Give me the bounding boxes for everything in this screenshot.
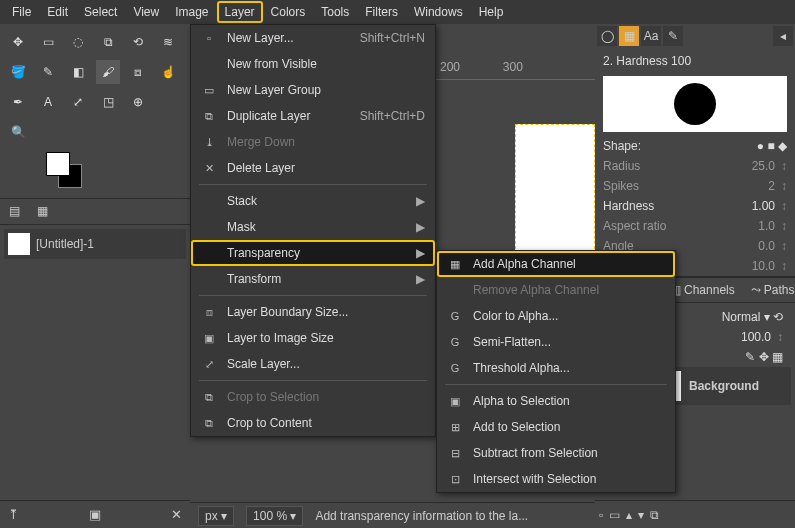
menu-view[interactable]: View (125, 1, 167, 23)
menu-add-to-selection[interactable]: ⊞ Add to Selection (437, 414, 675, 440)
menu-file[interactable]: File (4, 1, 39, 23)
menu-duplicate-layer[interactable]: ⧉ Duplicate Layer Shift+Ctrl+D (191, 103, 435, 129)
eraser-tool-icon[interactable]: ◧ (66, 60, 90, 84)
duplicate-layer-icon[interactable]: ⧉ (650, 508, 659, 522)
pencil-tool-icon[interactable]: ✎ (36, 60, 60, 84)
menu-tools[interactable]: Tools (313, 1, 357, 23)
menu-mask[interactable]: Mask ▶ (191, 214, 435, 240)
menu-delete-layer[interactable]: ✕ Delete Layer (191, 155, 435, 181)
menu-windows[interactable]: Windows (406, 1, 471, 23)
warp-tool-icon[interactable]: ≋ (156, 30, 180, 54)
zoom-tool-icon[interactable]: ⊕ (126, 90, 150, 114)
mode-value[interactable]: Normal (722, 310, 761, 324)
spacing-value[interactable]: 10.0 (752, 259, 775, 273)
menu-colors[interactable]: Colors (263, 1, 314, 23)
menu-intersect-selection[interactable]: ⊡ Intersect with Selection (437, 466, 675, 492)
radius-value[interactable]: 25.0 (752, 159, 775, 173)
menu-threshold-alpha[interactable]: G Threshold Alpha... (437, 355, 675, 381)
raise-icon[interactable]: ⤒ (8, 507, 19, 522)
brushes-tab-icon[interactable]: ◯ (597, 26, 617, 46)
hardness-label: Hardness (603, 199, 654, 213)
configure-tab-icon[interactable]: ◂ (773, 26, 793, 46)
menu-to-image-size[interactable]: ▣ Layer to Image Size (191, 325, 435, 351)
images-tab-icon[interactable]: ▦ (28, 199, 56, 223)
tool-options-tab-icon[interactable]: ▤ (0, 199, 28, 223)
crop-tool-icon[interactable]: ⧉ (96, 30, 120, 54)
shape-icons[interactable]: ● ■ ◆ (757, 139, 787, 153)
color-swatches[interactable] (46, 152, 96, 192)
spikes-value[interactable]: 2 (768, 179, 775, 193)
canvas[interactable] (515, 124, 595, 254)
stepper-icon[interactable]: ↕ (781, 259, 787, 273)
menu-stack[interactable]: Stack ▶ (191, 188, 435, 214)
patterns-tab-icon[interactable]: ▦ (619, 26, 639, 46)
new-window-icon[interactable]: ▣ (89, 507, 101, 522)
picker-tool-icon[interactable]: ⤢ (66, 90, 90, 114)
images-list: [Untitled]-1 (0, 225, 190, 500)
hardness-value[interactable]: 1.00 (752, 199, 775, 213)
menu-crop-content[interactable]: ⧉ Crop to Content (191, 410, 435, 436)
menu-layer[interactable]: Layer (217, 1, 263, 23)
move-tool-icon[interactable]: ✥ (6, 30, 30, 54)
free-select-tool-icon[interactable]: ◌ (66, 30, 90, 54)
opacity-value[interactable]: 100.0 (741, 330, 771, 344)
menu-new-layer[interactable]: ▫ New Layer... Shift+Ctrl+N (191, 25, 435, 51)
menu-filters[interactable]: Filters (357, 1, 406, 23)
measure-tool-icon[interactable]: ◳ (96, 90, 120, 114)
menu-subtract-selection[interactable]: ⊟ Subtract from Selection (437, 440, 675, 466)
unit-select[interactable]: px ▾ (198, 506, 234, 526)
stepper-icon[interactable]: ↕ (781, 239, 787, 253)
menu-new-layer-group[interactable]: ▭ New Layer Group (191, 77, 435, 103)
menu-transparency[interactable]: Transparency ▶ (191, 240, 435, 266)
stepper-icon[interactable]: ↕ (781, 179, 787, 193)
new-layer-icon: ▫ (201, 30, 217, 46)
menu-transform[interactable]: Transform ▶ (191, 266, 435, 292)
bucket-tool-icon[interactable]: 🪣 (6, 60, 30, 84)
menu-select[interactable]: Select (76, 1, 125, 23)
delete-icon[interactable]: ✕ (171, 507, 182, 522)
new-layer-icon[interactable]: ▫ (599, 508, 603, 522)
menu-color-to-alpha[interactable]: G Color to Alpha... (437, 303, 675, 329)
gimp-icon: G (447, 308, 463, 324)
path-tool-icon[interactable]: ✒ (6, 90, 30, 114)
menu-boundary-size[interactable]: ⧈ Layer Boundary Size... (191, 299, 435, 325)
select-add-icon: ⊞ (447, 419, 463, 435)
zoom-select[interactable]: 100 % ▾ (246, 506, 303, 526)
menu-semi-flatten[interactable]: G Semi-Flatten... (437, 329, 675, 355)
magnify-tool-icon[interactable]: 🔍 (6, 120, 30, 144)
history-tab-icon[interactable]: ✎ (663, 26, 683, 46)
menu-edit[interactable]: Edit (39, 1, 76, 23)
aspect-value[interactable]: 1.0 (758, 219, 775, 233)
paintbrush-tool-icon[interactable]: 🖌 (96, 60, 120, 84)
menu-new-from-visible[interactable]: New from Visible (191, 51, 435, 77)
smudge-tool-icon[interactable]: ☝ (156, 60, 180, 84)
menu-help[interactable]: Help (471, 1, 512, 23)
crop-icon: ⧉ (201, 389, 217, 405)
fonts-tab-icon[interactable]: Aa (641, 26, 661, 46)
stepper-icon[interactable]: ↕ (781, 199, 787, 213)
image-list-item[interactable]: [Untitled]-1 (4, 229, 186, 259)
stepper-icon[interactable]: ↕ (781, 219, 787, 233)
text-tool-icon[interactable]: A (36, 90, 60, 114)
layer-group-icon[interactable]: ▭ (609, 508, 620, 522)
stepper-icon[interactable]: ↕ (777, 330, 783, 344)
menu-alpha-to-selection[interactable]: ▣ Alpha to Selection (437, 388, 675, 414)
image-name: [Untitled]-1 (36, 237, 94, 251)
menu-crop-selection: ⧉ Crop to Selection (191, 384, 435, 410)
raise-layer-icon[interactable]: ▴ (626, 508, 632, 522)
menu-image[interactable]: Image (167, 1, 216, 23)
angle-value[interactable]: 0.0 (758, 239, 775, 253)
select-intersect-icon: ⊡ (447, 471, 463, 487)
rect-select-tool-icon[interactable]: ▭ (36, 30, 60, 54)
tab-paths[interactable]: ⤳Paths (745, 280, 795, 300)
menu-add-alpha[interactable]: ▦ Add Alpha Channel (437, 251, 675, 277)
clone-tool-icon[interactable]: ⧈ (126, 60, 150, 84)
foreground-color[interactable] (46, 152, 70, 176)
rotate-tool-icon[interactable]: ⟲ (126, 30, 150, 54)
lower-layer-icon[interactable]: ▾ (638, 508, 644, 522)
folder-icon: ▭ (201, 82, 217, 98)
menu-scale-layer[interactable]: ⤢ Scale Layer... (191, 351, 435, 377)
resize-icon: ⧈ (201, 304, 217, 320)
lock-icons[interactable]: ✎ ✥ ▦ (745, 350, 783, 364)
stepper-icon[interactable]: ↕ (781, 159, 787, 173)
